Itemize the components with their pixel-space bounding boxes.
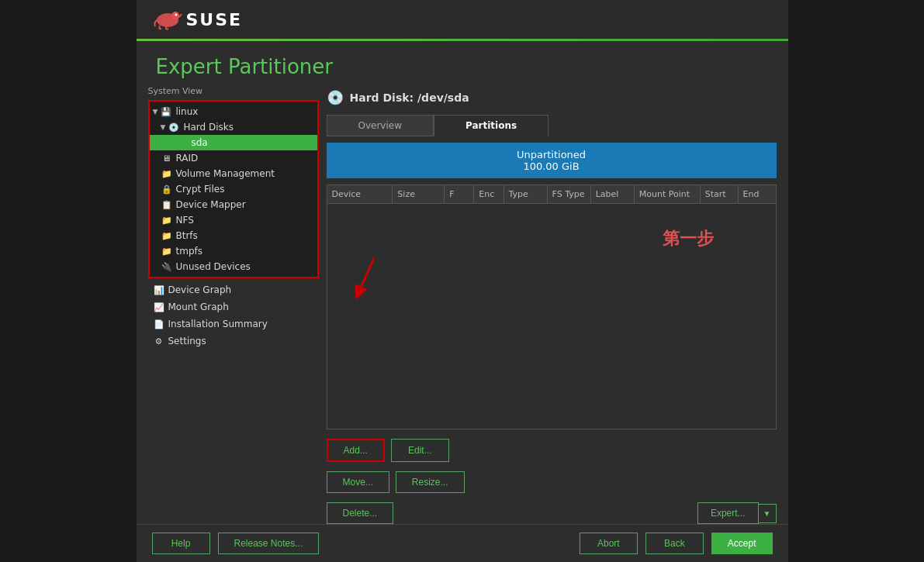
sda-icon bbox=[175, 136, 188, 149]
btrfs-icon: 📁 bbox=[161, 229, 173, 242]
unpartitioned-bar: Unpartitioned 100.00 GiB bbox=[327, 143, 777, 178]
hd-panel-icon: 💿 bbox=[327, 89, 344, 105]
button-row-3: Delete... Expert... ▼ bbox=[327, 502, 777, 524]
sidebar-item-tmpfs[interactable]: 📁 tmpfs bbox=[150, 243, 317, 259]
footer-left: Help Release Notes... bbox=[152, 533, 320, 554]
sidebar-item-mountgraph[interactable]: 📈 Mount Graph bbox=[148, 298, 319, 315]
th-end: End bbox=[739, 185, 776, 203]
sidebar-item-harddisks[interactable]: ▼ 💿 Hard Disks bbox=[150, 119, 317, 135]
expert-button-group: Expert... ▼ bbox=[697, 502, 777, 524]
installsummary-label: Installation Summary bbox=[168, 319, 268, 329]
footer: Help Release Notes... Abort Back Accept bbox=[137, 524, 788, 562]
table-body: 第一步 bbox=[327, 204, 776, 266]
arrow-harddisks: ▼ bbox=[161, 123, 166, 131]
th-fstype: FS Type bbox=[548, 185, 591, 203]
delete-button[interactable]: Delete... bbox=[327, 502, 394, 524]
unuseddevices-label: Unused Devices bbox=[176, 261, 251, 272]
devicemapper-label: Device Mapper bbox=[176, 199, 246, 210]
linux-label: linux bbox=[175, 106, 198, 117]
panel-title: Hard Disk: /dev/sda bbox=[350, 91, 469, 104]
tmpfs-label: tmpfs bbox=[176, 246, 203, 257]
th-start: Start bbox=[701, 185, 739, 203]
abort-button[interactable]: Abort bbox=[580, 533, 638, 554]
linux-icon: 💾 bbox=[160, 105, 172, 118]
chameleon-icon bbox=[152, 8, 183, 31]
back-button[interactable]: Back bbox=[645, 533, 704, 554]
unpartitioned-size: 100.00 GiB bbox=[523, 160, 579, 172]
sidebar-item-unuseddevices[interactable]: 🔌 Unused Devices bbox=[150, 259, 317, 274]
sidebar: System View ▼ 💾 linux ▼ 💿 Hard Disks bbox=[148, 86, 319, 524]
arrow-sda bbox=[171, 139, 174, 147]
sidebar-item-devicemapper[interactable]: 📋 Device Mapper bbox=[150, 197, 317, 212]
partition-table: Device Size F Enc Type bbox=[327, 184, 777, 429]
sidebar-item-btrfs[interactable]: 📁 Btrfs bbox=[150, 228, 317, 243]
annotation-text: 第一步 bbox=[663, 227, 714, 250]
harddisks-icon: 💿 bbox=[168, 121, 180, 133]
move-button[interactable]: Move... bbox=[327, 471, 389, 493]
sidebar-item-devicegraph[interactable]: 📊 Device Graph bbox=[148, 281, 319, 298]
tree-container: ▼ 💾 linux ▼ 💿 Hard Disks sda bbox=[148, 100, 319, 278]
installsummary-icon: 📄 bbox=[153, 318, 165, 330]
accept-button[interactable]: Accept bbox=[711, 533, 773, 554]
suse-logo: SUSE bbox=[152, 8, 243, 31]
sidebar-item-crypt[interactable]: 🔒 Crypt Files bbox=[150, 181, 317, 197]
th-device: Device bbox=[327, 185, 393, 203]
sidebar-item-sda[interactable]: sda bbox=[150, 135, 317, 150]
nfs-label: NFS bbox=[176, 215, 194, 226]
sidebar-item-linux[interactable]: ▼ 💾 linux bbox=[150, 104, 317, 119]
sidebar-item-raid[interactable]: 🖥 RAID bbox=[150, 150, 317, 166]
help-button[interactable]: Help bbox=[152, 533, 210, 554]
expert-dropdown-arrow[interactable]: ▼ bbox=[759, 504, 777, 523]
unpartitioned-label: Unpartitioned bbox=[517, 149, 586, 160]
page-title: Expert Partitioner bbox=[156, 55, 769, 78]
edit-button[interactable]: Edit... bbox=[391, 439, 449, 462]
tmpfs-icon: 📁 bbox=[161, 245, 173, 257]
settings-icon: ⚙ bbox=[153, 335, 165, 347]
btrfs-label: Btrfs bbox=[176, 230, 198, 241]
content-area: System View ▼ 💾 linux ▼ 💿 Hard Disks bbox=[137, 86, 788, 524]
th-mountpoint: Mount Point bbox=[635, 185, 701, 203]
crypt-icon: 🔒 bbox=[161, 183, 173, 195]
th-type: Type bbox=[504, 185, 548, 203]
raid-icon: 🖥 bbox=[161, 152, 173, 164]
resize-button[interactable]: Resize... bbox=[396, 471, 465, 493]
nfs-icon: 📁 bbox=[161, 214, 173, 226]
devicegraph-icon: 📊 bbox=[153, 284, 165, 296]
crypt-label: Crypt Files bbox=[176, 184, 225, 195]
th-f: F bbox=[445, 185, 474, 203]
title-area: Expert Partitioner bbox=[137, 41, 788, 86]
button-row-2: Move... Resize... bbox=[327, 471, 777, 493]
release-notes-button[interactable]: Release Notes... bbox=[218, 533, 320, 554]
table-header: Device Size F Enc Type bbox=[327, 185, 776, 204]
harddisks-label: Hard Disks bbox=[183, 122, 234, 133]
th-enc: Enc bbox=[474, 185, 504, 203]
svg-line-4 bbox=[358, 258, 374, 293]
unuseddevices-icon: 🔌 bbox=[161, 260, 173, 273]
main-panel: 💿 Hard Disk: /dev/sda Overview Partition… bbox=[327, 86, 777, 524]
th-size: Size bbox=[393, 185, 445, 203]
volume-label: Volume Management bbox=[176, 168, 275, 179]
mountgraph-icon: 📈 bbox=[153, 301, 165, 313]
arrow-linux: ▼ bbox=[153, 108, 158, 116]
raid-label: RAID bbox=[176, 153, 199, 164]
outer-container: SUSE Expert Partitioner System View ▼ 💾 … bbox=[0, 0, 924, 562]
add-button[interactable]: Add... bbox=[327, 439, 385, 462]
sidebar-item-settings[interactable]: ⚙ Settings bbox=[148, 333, 319, 350]
annotation-arrow bbox=[351, 254, 397, 301]
devicemapper-icon: 📋 bbox=[161, 198, 173, 211]
suse-logo-text: SUSE bbox=[186, 10, 243, 29]
expert-button[interactable]: Expert... bbox=[697, 502, 759, 524]
sidebar-extra: 📊 Device Graph 📈 Mount Graph 📄 Installat… bbox=[148, 281, 319, 350]
tab-partitions[interactable]: Partitions bbox=[434, 115, 549, 136]
panel-header: 💿 Hard Disk: /dev/sda bbox=[327, 86, 777, 109]
sidebar-item-volume[interactable]: 📁 Volume Management bbox=[150, 166, 317, 181]
suse-header: SUSE bbox=[137, 0, 788, 39]
sidebar-item-nfs[interactable]: 📁 NFS bbox=[150, 212, 317, 228]
th-label: Label bbox=[591, 185, 635, 203]
sidebar-item-installsummary[interactable]: 📄 Installation Summary bbox=[148, 315, 319, 333]
mountgraph-label: Mount Graph bbox=[168, 302, 229, 312]
footer-right: Abort Back Accept bbox=[580, 533, 773, 554]
tab-bar: Overview Partitions bbox=[327, 115, 777, 136]
tab-overview[interactable]: Overview bbox=[327, 115, 434, 136]
volume-icon: 📁 bbox=[161, 167, 173, 180]
